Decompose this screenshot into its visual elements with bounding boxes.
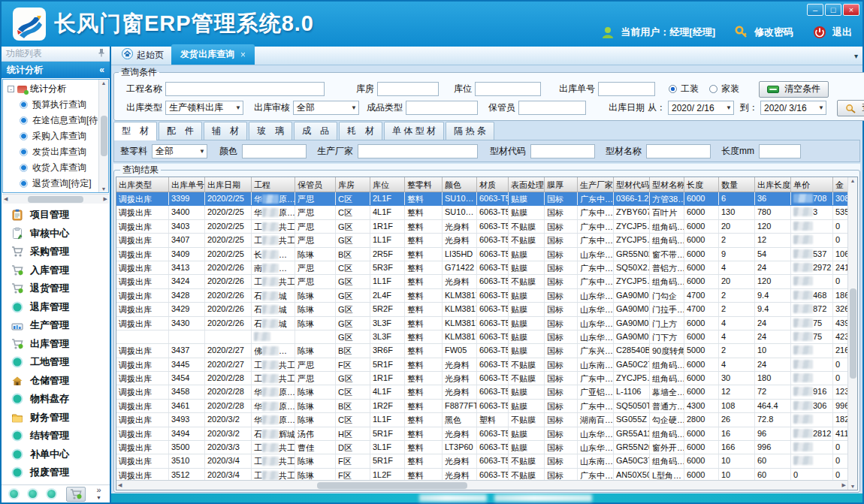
close-button[interactable]: × <box>843 4 859 16</box>
column-header-2[interactable]: 出库日期 <box>205 177 252 192</box>
tree-item-3[interactable]: 发货出库查询 <box>3 144 108 160</box>
table-row[interactable]: 调拨出库34072020/2/25工共工程严思G区1L1F整料光身料6063-T… <box>116 234 857 247</box>
column-header-11[interactable]: 膜厚 <box>545 177 578 192</box>
sidebar-item-4[interactable]: 退货管理 <box>2 279 110 298</box>
column-header-5[interactable]: 库房 <box>336 177 370 192</box>
table-row[interactable]: 调拨出库34002020/2/25华原…严思C区4L1F整料SU10…6063-… <box>116 206 857 219</box>
table-row[interactable]: G区3L3F整料KLM38176063-T5贴膜国标山东华…GA90M09…门下… <box>116 330 857 344</box>
column-header-12[interactable]: 生产厂家 <box>578 177 614 192</box>
radio-gongzhuang[interactable]: 工装 <box>669 83 699 95</box>
sidebar-item-8[interactable]: 工地管理 <box>2 353 110 372</box>
table-row[interactable]: 调拨出库34932020/3/2华原…陈琳C区1L1F整料黑色塑料不贴膜国标湖南… <box>116 413 857 427</box>
tree-item-0[interactable]: 预算执行查询 <box>3 97 108 113</box>
radio-jiazhuang[interactable]: 家装 <box>709 83 739 95</box>
date-from-picker[interactable]: 2020/ 2/16▼ <box>668 101 734 115</box>
sidebar-item-5[interactable]: 退库管理 <box>2 298 110 317</box>
location-input[interactable] <box>475 82 541 96</box>
outbound-type-select[interactable]: 生产领料出库▼ <box>165 101 243 115</box>
table-row[interactable]: 调拨出库34612020/2/28华原…陈琳B区1R2F整料F8877FT606… <box>116 400 857 413</box>
tab-shipment-outbound-query[interactable]: 发货出库查询 × <box>171 44 255 65</box>
audit-select[interactable]: 全部▼ <box>293 101 359 115</box>
change-password-link[interactable]: 修改密码 <box>754 26 793 39</box>
table-row[interactable]: 调拨出库33992020/2/25华原…严思C区2L1F整料SU10…6063-… <box>116 192 857 206</box>
search-button[interactable]: 查 询 <box>837 100 864 116</box>
sidebar-item-7[interactable]: 出库管理 <box>2 335 110 354</box>
collapsed-module-icon[interactable] <box>29 490 37 498</box>
column-header-0[interactable]: 出库类型 <box>116 177 169 192</box>
length-input[interactable] <box>759 144 801 158</box>
material-tab-3[interactable]: 玻 璃 <box>249 122 292 140</box>
order-no-input[interactable] <box>598 82 655 96</box>
material-tab-7[interactable]: 隔 热 条 <box>446 122 494 140</box>
project-name-input[interactable] <box>165 82 325 96</box>
logout-button[interactable]: 退出 <box>832 26 852 39</box>
table-row[interactable]: 调拨出库34132020/2/26南…严思C区5R3F整料G714226063-… <box>116 261 857 275</box>
collapse-icon[interactable]: « <box>99 65 104 75</box>
sidebar-item-6[interactable]: 生产管理 <box>2 316 110 335</box>
profile-name-input[interactable] <box>646 144 711 158</box>
product-type-input[interactable] <box>406 101 478 115</box>
table-row[interactable]: 调拨出库34242020/2/26工共工程严思G区1L1F整料光身料6063-T… <box>116 275 857 288</box>
sidebar-item-13[interactable]: 补单中心 <box>2 445 110 464</box>
table-row[interactable]: 调拨出库34292020/2/26石城陈琳G区5R2F整料KLM38176063… <box>116 303 857 316</box>
material-tab-2[interactable]: 辅 材 <box>204 122 247 140</box>
grid-vertical-scrollbar[interactable]: ▲▼ <box>847 177 857 490</box>
sidebar-item-14[interactable]: 报废管理 <box>2 463 110 482</box>
sidebar-item-11[interactable]: 财务管理 <box>2 409 110 427</box>
maximize-button[interactable]: □ <box>825 4 841 16</box>
column-header-8[interactable]: 颜色 <box>443 177 477 192</box>
column-header-6[interactable]: 库位 <box>370 177 405 192</box>
whole-part-select[interactable]: 全部▼ <box>152 144 207 158</box>
material-tab-4[interactable]: 成 品 <box>294 122 337 140</box>
material-tab-5[interactable]: 耗 材 <box>339 122 382 140</box>
column-header-10[interactable]: 表面处理 <box>509 177 545 192</box>
table-row[interactable]: 调拨出库35002020/3/3工共工程曹佳D区3L1F整料LT3P606063… <box>116 441 857 454</box>
sidebar-item-12[interactable]: 结转管理 <box>2 427 110 445</box>
column-header-14[interactable]: 型材名称 <box>650 177 684 192</box>
tree-toggle-icon[interactable]: - <box>8 86 14 92</box>
material-tab-6[interactable]: 单 体 型 材 <box>384 122 444 140</box>
date-to-picker[interactable]: 2020/ 3/16▼ <box>760 101 826 115</box>
column-header-9[interactable]: 材质 <box>477 177 509 192</box>
manufacturer-input[interactable] <box>358 144 478 158</box>
table-row[interactable]: 调拨出库34452020/2/27工共工程严思F区5R1F整料光身料6063-T… <box>116 358 857 372</box>
tab-list-chevron-icon[interactable]: ▾ <box>854 52 858 60</box>
section-header-statistics[interactable]: 统计分析 « <box>2 62 110 78</box>
collapsed-module-icon[interactable] <box>10 490 18 498</box>
material-tab-1[interactable]: 配 件 <box>159 122 202 140</box>
grid-header-row[interactable]: 出库类型出库单号出库日期工程保管员库房库位整零料颜色材质表面处理膜厚生产厂家型材… <box>116 177 857 192</box>
tree-item-1[interactable]: 在途信息查询[待 <box>3 113 108 128</box>
tab-home[interactable]: 起始页 <box>114 45 171 65</box>
column-header-17[interactable]: 出库长度 <box>755 177 791 192</box>
material-tab-0[interactable]: 型 材 <box>113 122 157 140</box>
profile-code-input[interactable] <box>530 144 595 158</box>
column-header-15[interactable]: 长度 <box>684 177 719 192</box>
keeper-input[interactable] <box>518 101 586 115</box>
tree-root[interactable]: - 统计分析 <box>3 80 108 97</box>
grid-horizontal-scrollbar[interactable]: ◀▶ <box>116 480 847 490</box>
tree-item-4[interactable]: 收货入库查询 <box>3 160 108 176</box>
table-row[interactable]: 调拨出库34582020/2/28华原…陈琳C区4L1F整料光身料6063-T5… <box>116 385 857 399</box>
tree-item-6[interactable]: 退库管理[待定] <box>3 192 108 193</box>
column-header-16[interactable]: 数量 <box>719 177 755 192</box>
column-header-18[interactable]: 单价 <box>791 177 833 192</box>
table-row[interactable]: 调拨出库34282020/2/26石城陈琳G区2L4F整料KLM38176063… <box>116 289 857 303</box>
column-header-13[interactable]: 型材代码 <box>614 177 650 192</box>
minimize-button[interactable]: – <box>807 4 823 16</box>
table-row[interactable]: 调拨出库34302020/2/26石城陈琳G区3L3F整料KLM38176063… <box>116 317 857 330</box>
table-row[interactable]: 调拨出库34032020/2/25工共工程严思G区1R1F整料光身料6063-T… <box>116 220 857 234</box>
column-header-7[interactable]: 整零料 <box>405 177 443 192</box>
more-modules-button[interactable]: »▼ <box>96 487 101 501</box>
sidebar-item-10[interactable]: 物料盘存 <box>2 390 110 409</box>
column-header-4[interactable]: 保管员 <box>295 177 336 192</box>
table-row[interactable]: 调拨出库35102020/3/4工共工程陈琳F区5R1F整料光身料6063-T5… <box>116 454 857 468</box>
sidebar-item-9[interactable]: 仓储管理 <box>2 372 110 391</box>
clear-conditions-button[interactable]: 清空条件 <box>759 81 829 98</box>
color-input[interactable] <box>242 144 307 158</box>
table-row[interactable]: 调拨出库34942020/3/2石辉城汤伟H区5R1F整料光身料6063-T5贴… <box>116 427 857 441</box>
collapsed-module-icon[interactable] <box>47 490 56 498</box>
tree-item-5[interactable]: 退货查询[待定] <box>3 176 108 192</box>
sidebar-item-1[interactable]: 审核中心 <box>2 225 110 243</box>
table-row[interactable]: 调拨出库34092020/2/25长…陈琳B区2R5F整料LI35HD6063-… <box>116 248 857 261</box>
pin-icon[interactable] <box>98 48 105 59</box>
